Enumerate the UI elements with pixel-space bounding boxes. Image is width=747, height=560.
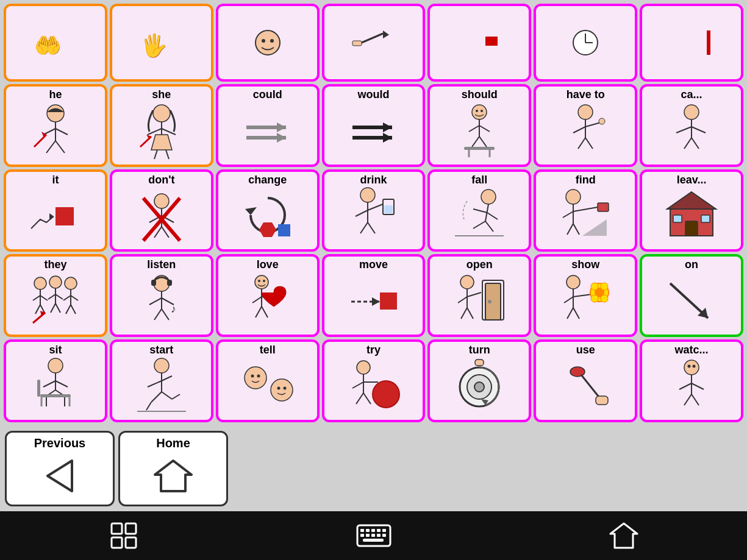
svg-rect-100 (685, 221, 698, 236)
svg-line-195 (352, 382, 363, 388)
card-leave[interactable]: leav... (640, 169, 743, 252)
svg-line-185 (172, 394, 180, 399)
svg-rect-223 (360, 529, 364, 532)
svg-point-21 (153, 105, 170, 122)
card-r0c2[interactable] (216, 4, 320, 82)
card-r0c5[interactable] (534, 4, 637, 82)
svg-line-113 (51, 303, 55, 313)
svg-line-215 (692, 394, 699, 405)
svg-point-160 (591, 283, 598, 290)
svg-line-169 (55, 381, 68, 387)
card-r0c4[interactable] (427, 4, 531, 82)
card-listen[interactable]: listen ♪ (110, 254, 213, 337)
card-r0c6[interactable] (640, 4, 743, 82)
svg-marker-72 (245, 207, 257, 215)
svg-rect-207 (596, 396, 608, 405)
card-could[interactable]: could (216, 84, 320, 167)
card-try[interactable]: try (322, 339, 426, 422)
svg-line-77 (356, 210, 368, 216)
card-have-to[interactable]: have to (534, 84, 637, 167)
card-change[interactable]: change (216, 169, 320, 252)
svg-rect-101 (673, 215, 682, 222)
card-on[interactable]: on (640, 254, 743, 337)
card-would[interactable]: would (322, 84, 426, 167)
card-they[interactable]: they (4, 254, 107, 337)
keyboard-icon-button[interactable] (351, 516, 397, 556)
svg-rect-204 (475, 360, 484, 366)
svg-line-119 (66, 305, 71, 314)
svg-point-132 (255, 275, 268, 289)
svg-marker-37 (383, 133, 392, 143)
card-drink[interactable]: drink (322, 169, 426, 252)
svg-rect-230 (371, 534, 375, 537)
svg-text:🖐: 🖐 (140, 32, 168, 58)
card-dont[interactable]: don't (110, 169, 213, 252)
svg-rect-221 (126, 537, 136, 548)
svg-point-209 (688, 365, 691, 368)
previous-button[interactable]: Previous (5, 431, 115, 506)
svg-point-83 (481, 190, 496, 204)
svg-line-105 (33, 296, 40, 300)
card-use[interactable]: use (534, 339, 637, 422)
svg-point-210 (693, 365, 696, 368)
grid-row-3: they (4, 254, 743, 337)
svg-point-13 (47, 105, 64, 122)
svg-point-39 (476, 110, 478, 112)
nav-area: Previous Home (0, 426, 747, 511)
svg-rect-125 (167, 280, 172, 286)
svg-marker-35 (383, 122, 392, 132)
grid-row-0: 🤲 🖐 (4, 4, 743, 82)
card-open[interactable]: open (427, 254, 531, 337)
svg-line-42 (469, 126, 479, 132)
card-fall[interactable]: fall (427, 169, 531, 252)
svg-line-58 (676, 127, 692, 133)
svg-rect-149 (485, 283, 501, 320)
svg-line-112 (55, 294, 63, 299)
toolbar (0, 511, 747, 560)
svg-marker-141 (372, 297, 380, 306)
svg-line-59 (692, 127, 706, 133)
svg-marker-73 (259, 222, 276, 237)
svg-line-145 (458, 297, 467, 303)
card-can[interactable]: ca... (640, 84, 743, 167)
card-hands2[interactable]: 🖐 (110, 4, 213, 82)
card-he[interactable]: he (4, 84, 107, 167)
svg-point-49 (578, 105, 593, 119)
grid-icon-button[interactable] (104, 516, 144, 556)
card-show[interactable]: show (534, 254, 637, 337)
svg-marker-217 (155, 461, 191, 491)
svg-line-168 (43, 381, 55, 387)
svg-point-2 (256, 30, 280, 55)
svg-rect-218 (112, 523, 122, 534)
card-should[interactable]: should (427, 84, 531, 167)
card-move[interactable]: move (322, 254, 426, 337)
svg-point-40 (481, 110, 483, 112)
svg-rect-74 (278, 224, 290, 236)
card-turn[interactable]: turn (427, 339, 531, 422)
card-it[interactable]: it (4, 169, 107, 252)
svg-point-3 (262, 39, 265, 43)
card-find[interactable]: find (534, 169, 637, 252)
card-watch[interactable]: watc... (640, 339, 743, 422)
card-love[interactable]: love (216, 254, 320, 337)
svg-line-118 (71, 296, 78, 300)
svg-marker-97 (582, 219, 607, 236)
svg-point-56 (684, 105, 699, 119)
card-sit[interactable]: sit (4, 339, 107, 422)
svg-point-189 (257, 375, 260, 378)
svg-rect-175 (37, 380, 40, 397)
svg-point-38 (472, 105, 487, 119)
card-tell[interactable]: tell (216, 339, 320, 422)
svg-line-61 (692, 138, 699, 149)
card-start[interactable]: start (110, 339, 213, 422)
card-hands1[interactable]: 🤲 (4, 4, 107, 82)
svg-line-148 (467, 308, 473, 319)
svg-rect-7 (352, 41, 362, 46)
svg-line-107 (35, 305, 40, 314)
home-icon-button[interactable] (604, 516, 644, 556)
card-r0c3[interactable] (322, 4, 426, 82)
home-button[interactable]: Home (118, 431, 228, 506)
svg-line-52 (585, 122, 601, 127)
svg-marker-31 (277, 122, 286, 132)
card-she[interactable]: she (110, 84, 213, 167)
